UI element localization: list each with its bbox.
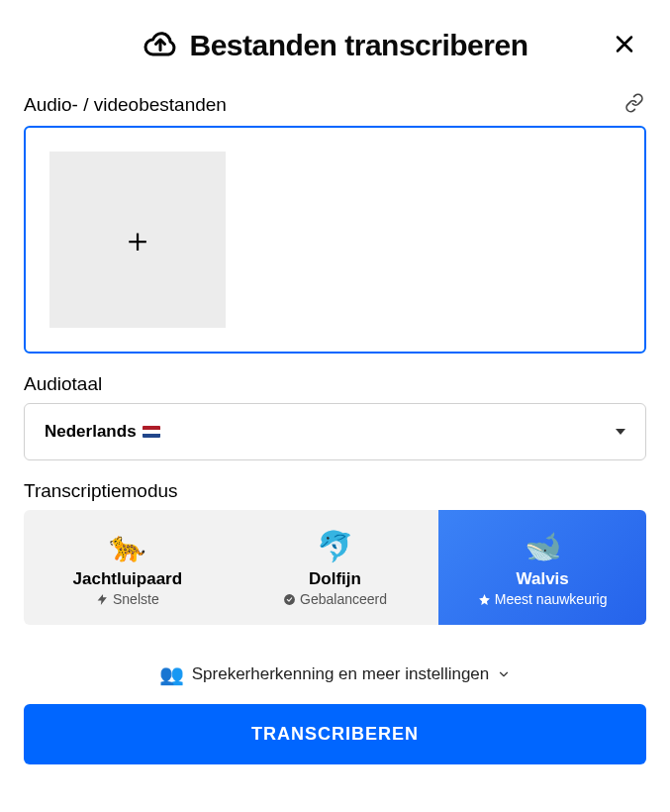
mode-tag: Meest nauwkeurig xyxy=(478,591,608,607)
language-select[interactable]: Nederlands xyxy=(24,403,646,460)
close-icon xyxy=(613,45,636,59)
star-icon xyxy=(478,593,491,606)
mode-name: Jachtluipaard xyxy=(73,569,183,589)
language-label: Audiotaal xyxy=(24,373,102,395)
mode-section: Transcriptiemodus 🐆 Jachtluipaard Snelst… xyxy=(24,480,646,625)
transcribe-button[interactable]: TRANSCRIBEREN xyxy=(24,704,646,764)
dolphin-icon: 🐬 xyxy=(317,526,353,567)
header-title-wrap: Bestanden transcriberen xyxy=(143,28,528,63)
check-circle-icon xyxy=(283,593,296,606)
plus-icon: ＋ xyxy=(121,223,154,256)
whale-icon: 🐋 xyxy=(525,526,561,567)
mode-tag-text: Meest nauwkeurig xyxy=(495,591,608,607)
language-section: Audiotaal Nederlands xyxy=(24,373,646,460)
mode-label-row: Transcriptiemodus xyxy=(24,480,646,502)
files-label-row: Audio- / videobestanden xyxy=(24,91,646,118)
mode-tag: Snelste xyxy=(96,591,159,607)
mode-tag-text: Gebalanceerd xyxy=(300,591,387,607)
mode-options: 🐆 Jachtluipaard Snelste 🐬 Dolfijn Gebala… xyxy=(24,510,646,625)
language-selected-text: Nederlands xyxy=(45,422,137,442)
modal-header: Bestanden transcriberen xyxy=(24,28,646,63)
mode-tag: Gebalanceerd xyxy=(283,591,387,607)
cloud-upload-icon xyxy=(143,28,178,63)
mode-card-cheetah[interactable]: 🐆 Jachtluipaard Snelste xyxy=(24,510,232,625)
bolt-icon xyxy=(96,593,109,606)
close-button[interactable] xyxy=(609,29,640,63)
page-title: Bestanden transcriberen xyxy=(190,29,528,62)
more-settings-toggle[interactable]: 👥 Sprekerherkenning en meer instellingen xyxy=(24,645,646,704)
flag-nl-icon xyxy=(143,426,160,438)
file-dropzone[interactable]: ＋ xyxy=(24,126,646,354)
cheetah-icon: 🐆 xyxy=(109,526,145,567)
mode-card-whale[interactable]: 🐋 Walvis Meest nauwkeurig xyxy=(438,510,646,625)
mode-name: Walvis xyxy=(517,569,569,589)
mode-tag-text: Snelste xyxy=(113,591,159,607)
svg-point-2 xyxy=(284,594,295,605)
files-section: Audio- / videobestanden ＋ xyxy=(24,91,646,354)
add-file-button[interactable]: ＋ xyxy=(49,152,226,328)
chevron-down-icon xyxy=(497,667,511,681)
mode-label: Transcriptiemodus xyxy=(24,480,178,502)
speakers-icon: 👥 xyxy=(159,662,184,686)
caret-down-icon xyxy=(616,429,625,435)
language-selected-value: Nederlands xyxy=(45,422,160,442)
mode-card-dolphin[interactable]: 🐬 Dolfijn Gebalanceerd xyxy=(232,510,439,625)
mode-name: Dolfijn xyxy=(309,569,361,589)
more-settings-label: Sprekerherkenning en meer instellingen xyxy=(192,664,490,684)
language-label-row: Audiotaal xyxy=(24,373,646,395)
files-label: Audio- / videobestanden xyxy=(24,94,227,116)
link-icon xyxy=(624,101,644,116)
link-button[interactable] xyxy=(622,91,646,118)
